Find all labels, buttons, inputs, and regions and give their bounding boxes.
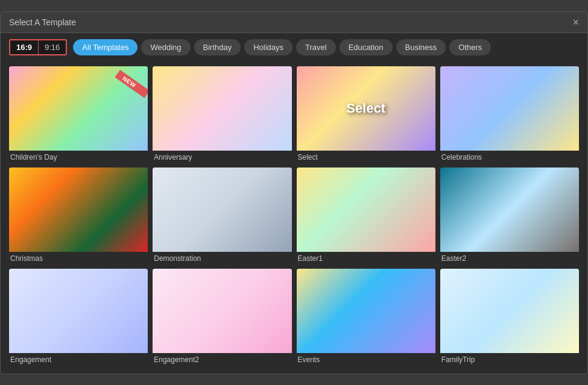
filter-tab-travel[interactable]: Travel <box>296 39 336 55</box>
template-card-engagement2[interactable]: Engagement2 <box>153 269 291 365</box>
filter-tab-others[interactable]: Others <box>449 39 491 55</box>
template-thumb-childrens-day: NEW <box>9 66 148 151</box>
template-thumb-christmas <box>9 167 148 252</box>
template-label-christmas: Christmas <box>9 252 148 264</box>
template-label-easter1: Easter1 <box>297 252 435 264</box>
ratio-group: 16:9 9:16 <box>9 39 67 55</box>
template-thumb-select: Select <box>297 66 435 151</box>
filter-tab-holidays[interactable]: Holidays <box>244 39 292 55</box>
template-label-select: Select <box>297 151 435 163</box>
template-label-childrens-day: Children's Day <box>9 151 148 163</box>
thumb-inner-select: Select <box>297 66 435 151</box>
template-label-familytrip: FamilyTrip <box>440 353 579 365</box>
template-label-engagement2: Engagement2 <box>153 353 291 365</box>
template-thumb-easter2 <box>440 167 579 252</box>
template-label-events: Events <box>297 353 435 365</box>
template-thumb-demonstration <box>153 167 291 252</box>
filter-tab-all[interactable]: All Templates <box>73 39 138 55</box>
thumb-inner-anniversary <box>153 66 291 151</box>
template-card-engagement[interactable]: Engagement <box>9 269 148 365</box>
template-card-familytrip[interactable]: FamilyTrip <box>440 269 579 365</box>
filter-tab-business[interactable]: Business <box>396 39 446 55</box>
template-thumb-anniversary <box>153 66 291 151</box>
template-label-celebrations: Celebrations <box>440 151 579 163</box>
template-thumb-engagement2 <box>153 269 291 353</box>
thumb-inner-easter2 <box>440 167 579 252</box>
select-template-dialog: Select A Template × 16:9 9:16 All Templa… <box>0 11 588 374</box>
close-button[interactable]: × <box>572 17 579 28</box>
template-card-anniversary[interactable]: Anniversary <box>153 66 291 163</box>
template-label-easter2: Easter2 <box>440 252 579 264</box>
template-thumb-familytrip <box>440 269 579 353</box>
thumb-inner-celebrations <box>440 66 579 151</box>
template-card-events[interactable]: Events <box>297 269 435 365</box>
template-card-demonstration[interactable]: Demonstration <box>153 167 291 264</box>
template-grid: NEWChildren's DayAnniversarySelectSelect… <box>1 61 587 374</box>
template-card-select[interactable]: SelectSelect <box>297 66 435 163</box>
template-label-engagement: Engagement <box>9 353 148 365</box>
dialog-title-bar: Select A Template × <box>1 12 587 33</box>
filter-tab-birthday[interactable]: Birthday <box>194 39 241 55</box>
template-label-demonstration: Demonstration <box>153 252 291 264</box>
thumb-inner-christmas <box>9 167 148 252</box>
template-card-childrens-day[interactable]: NEWChildren's Day <box>9 66 148 163</box>
template-label-anniversary: Anniversary <box>153 151 291 163</box>
dialog-title: Select A Template <box>9 17 76 27</box>
filter-tab-education[interactable]: Education <box>340 39 393 55</box>
toolbar: 16:9 9:16 All TemplatesWeddingBirthdayHo… <box>1 33 587 61</box>
template-thumb-easter1 <box>297 167 435 252</box>
thumb-inner-demonstration <box>153 167 291 252</box>
template-card-celebrations[interactable]: Celebrations <box>440 66 579 163</box>
ratio-16-9-button[interactable]: 16:9 <box>10 40 38 54</box>
thumb-inner-engagement2 <box>153 269 291 353</box>
template-thumb-events <box>297 269 435 353</box>
filter-tab-wedding[interactable]: Wedding <box>141 39 190 55</box>
thumb-inner-easter1 <box>297 167 435 252</box>
template-thumb-celebrations <box>440 66 579 151</box>
template-thumb-engagement <box>9 269 148 353</box>
select-overlay-text: Select <box>346 101 385 116</box>
thumb-inner-engagement <box>9 269 148 353</box>
template-card-easter2[interactable]: Easter2 <box>440 167 579 264</box>
ratio-9-16-button[interactable]: 9:16 <box>39 40 66 54</box>
thumb-inner-events <box>297 269 435 353</box>
template-card-christmas[interactable]: Christmas <box>9 167 148 264</box>
template-card-easter1[interactable]: Easter1 <box>297 167 435 264</box>
thumb-inner-familytrip <box>440 269 579 353</box>
filter-tabs: All TemplatesWeddingBirthdayHolidaysTrav… <box>73 39 491 55</box>
